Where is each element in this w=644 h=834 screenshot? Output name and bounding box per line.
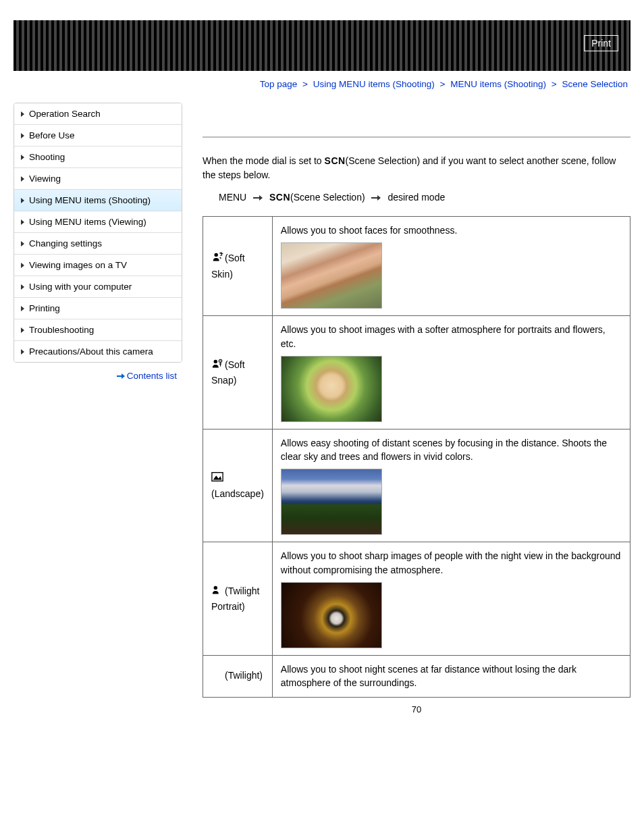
breadcrumb-link[interactable]: Top page	[260, 79, 298, 89]
arrow-right-icon	[117, 373, 125, 379]
table-row: (Soft Snap)Allows you to shoot images wi…	[203, 316, 630, 429]
mode-cell: (Soft Snap)	[203, 316, 273, 429]
scn-label: SCN	[269, 192, 290, 203]
mode-description: Allows easy shooting of distant scenes b…	[281, 436, 622, 464]
breadcrumb-link[interactable]: MENU items (Shooting)	[450, 79, 546, 89]
mode-description: Allows you to shoot night scenes at far …	[281, 662, 622, 690]
table-row: (Landscape)Allows easy shooting of dista…	[203, 429, 630, 542]
sidebar-item[interactable]: Troubleshooting	[14, 319, 182, 341]
arrow-icon	[253, 195, 263, 201]
menu-step: desired mode	[387, 192, 445, 203]
mode-label: (Twilight)	[225, 670, 263, 681]
sidebar-item[interactable]: Viewing images on a TV	[14, 255, 182, 276]
table-row: (Soft Skin)Allows you to shoot faces for…	[203, 217, 630, 316]
mode-description: Allows you to shoot images with a softer…	[281, 323, 622, 350]
sidebar-item[interactable]: Viewing	[14, 168, 182, 190]
breadcrumb-sep: >	[552, 79, 557, 89]
mode-cell: (Soft Skin)	[203, 217, 273, 316]
desc-cell: Allows you to shoot sharp images of peop…	[272, 542, 630, 656]
print-button[interactable]: Print	[584, 35, 618, 51]
mode-cell: (Twilight Portrait)	[203, 542, 273, 656]
sample-image	[281, 242, 382, 309]
menu-path: MENU SCN(Scene Selection) desired mode	[203, 192, 630, 203]
desc-cell: Allows you to shoot faces for smoothness…	[272, 217, 630, 316]
divider	[203, 136, 630, 138]
header-bar: Print	[14, 20, 630, 71]
mode-cell: (Twilight)	[203, 656, 273, 698]
scene-table: (Soft Skin)Allows you to shoot faces for…	[203, 216, 630, 698]
sidebar-item[interactable]: Using MENU items (Shooting)	[14, 190, 182, 211]
soft-skin-icon	[211, 251, 223, 267]
menu-step: MENU	[219, 192, 246, 203]
breadcrumb-link[interactable]: Using MENU items (Shooting)	[313, 79, 435, 89]
mode-label: (Landscape)	[211, 488, 264, 499]
sidebar-item[interactable]: Precautions/About this camera	[14, 341, 182, 362]
menu-step: (Scene Selection)	[290, 192, 365, 203]
sidebar: Operation SearchBefore UseShootingViewin…	[14, 103, 182, 363]
intro-text: When the mode dial is set to SCN(Scene S…	[203, 154, 630, 182]
mode-description: Allows you to shoot faces for smoothness…	[281, 224, 622, 237]
table-row: (Twilight)Allows you to shoot night scen…	[203, 656, 630, 698]
sidebar-item[interactable]: Using MENU items (Viewing)	[14, 211, 182, 233]
table-row: (Twilight Portrait)Allows you to shoot s…	[203, 542, 630, 656]
twilight-icon	[211, 669, 223, 684]
sidebar-item[interactable]: Before Use	[14, 125, 182, 147]
page-number: 70	[203, 704, 630, 714]
breadcrumb-sep: >	[440, 79, 446, 89]
main-content: When the mode dial is set to SCN(Scene S…	[203, 103, 630, 714]
soft-snap-icon	[211, 358, 223, 373]
mode-description: Allows you to shoot sharp images of peop…	[281, 549, 622, 577]
breadcrumb-link[interactable]: Scene Selection	[562, 79, 628, 89]
sample-image	[281, 469, 382, 535]
breadcrumb-sep: >	[302, 79, 308, 89]
sidebar-item[interactable]: Using with your computer	[14, 276, 182, 298]
sidebar-item[interactable]: Printing	[14, 298, 182, 319]
scn-label: SCN	[325, 155, 346, 166]
contents-list-wrap: Contents list	[14, 363, 182, 389]
arrow-icon	[371, 195, 381, 201]
desc-cell: Allows you to shoot images with a softer…	[272, 316, 630, 429]
landscape-icon	[211, 471, 223, 486]
desc-cell: Allows you to shoot night scenes at far …	[272, 656, 630, 698]
sidebar-item[interactable]: Shooting	[14, 147, 182, 168]
mode-cell: (Landscape)	[203, 429, 273, 542]
sample-image	[281, 582, 382, 648]
contents-list-link[interactable]: Contents list	[127, 371, 177, 381]
breadcrumb: Top page > Using MENU items (Shooting) >…	[0, 71, 644, 103]
desc-cell: Allows easy shooting of distant scenes b…	[272, 429, 630, 542]
sidebar-item[interactable]: Operation Search	[14, 103, 182, 125]
twilight-portrait-icon	[211, 584, 223, 600]
sidebar-item[interactable]: Changing settings	[14, 233, 182, 255]
sample-image	[281, 356, 382, 422]
